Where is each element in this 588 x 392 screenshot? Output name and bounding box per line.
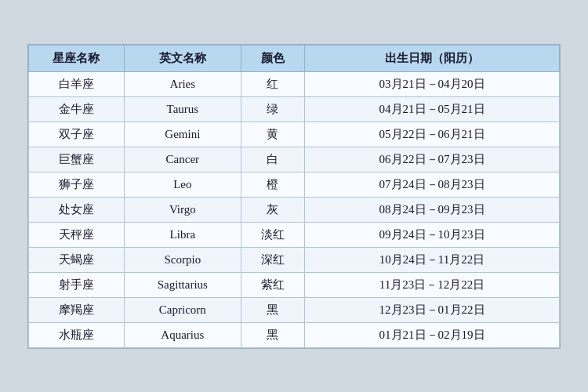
table-row: 天秤座Libra淡红09月24日－10月23日 [29, 222, 560, 247]
cell-chinese: 金牛座 [29, 96, 125, 122]
cell-english: Virgo [124, 197, 241, 222]
cell-english: Taurus [124, 96, 241, 122]
cell-english: Scorpio [124, 247, 241, 272]
cell-english: Capricorn [124, 297, 241, 322]
cell-chinese: 天秤座 [29, 222, 125, 247]
cell-color: 深红 [241, 247, 304, 272]
table-row: 水瓶座Aquarius黑01月21日－02月19日 [29, 322, 560, 347]
table-row: 白羊座Aries红03月21日－04月20日 [29, 71, 560, 96]
cell-date: 04月21日－05月21日 [305, 96, 560, 122]
cell-date: 12月23日－01月22日 [305, 297, 560, 322]
cell-date: 11月23日－12月22日 [305, 272, 560, 297]
table-row: 射手座Sagittarius紫红11月23日－12月22日 [29, 272, 560, 297]
cell-english: Sagittarius [124, 272, 241, 297]
cell-date: 05月22日－06月21日 [305, 122, 560, 147]
cell-color: 淡红 [241, 222, 304, 247]
header-date: 出生日期（阳历） [305, 45, 560, 71]
cell-date: 10月24日－11月22日 [305, 247, 560, 272]
table-row: 摩羯座Capricorn黑12月23日－01月22日 [29, 297, 560, 322]
cell-date: 09月24日－10月23日 [305, 222, 560, 247]
cell-english: Gemini [124, 122, 241, 147]
cell-english: Aquarius [124, 322, 241, 347]
cell-chinese: 天蝎座 [29, 247, 125, 272]
cell-chinese: 狮子座 [29, 172, 125, 197]
cell-color: 黑 [241, 297, 304, 322]
cell-chinese: 水瓶座 [29, 322, 125, 347]
zodiac-table: 星座名称 英文名称 颜色 出生日期（阳历） 白羊座Aries红03月21日－04… [28, 45, 560, 348]
cell-english: Cancer [124, 147, 241, 172]
cell-chinese: 双子座 [29, 122, 125, 147]
cell-color: 黑 [241, 322, 304, 347]
cell-chinese: 射手座 [29, 272, 125, 297]
table-row: 巨蟹座Cancer白06月22日－07月23日 [29, 147, 560, 172]
cell-date: 01月21日－02月19日 [305, 322, 560, 347]
cell-color: 黄 [241, 122, 304, 147]
cell-date: 08月24日－09月23日 [305, 197, 560, 222]
table-body: 白羊座Aries红03月21日－04月20日金牛座Taurus绿04月21日－0… [29, 71, 560, 347]
cell-chinese: 白羊座 [29, 71, 125, 96]
cell-date: 06月22日－07月23日 [305, 147, 560, 172]
table-row: 金牛座Taurus绿04月21日－05月21日 [29, 96, 560, 122]
zodiac-table-container: 星座名称 英文名称 颜色 出生日期（阳历） 白羊座Aries红03月21日－04… [27, 44, 561, 349]
cell-english: Libra [124, 222, 241, 247]
table-row: 双子座Gemini黄05月22日－06月21日 [29, 122, 560, 147]
header-chinese: 星座名称 [29, 45, 125, 71]
table-row: 狮子座Leo橙07月24日－08月23日 [29, 172, 560, 197]
cell-color: 紫红 [241, 272, 304, 297]
cell-color: 绿 [241, 96, 304, 122]
header-english: 英文名称 [124, 45, 241, 71]
cell-chinese: 巨蟹座 [29, 147, 125, 172]
cell-color: 橙 [241, 172, 304, 197]
cell-chinese: 摩羯座 [29, 297, 125, 322]
cell-date: 07月24日－08月23日 [305, 172, 560, 197]
table-row: 天蝎座Scorpio深红10月24日－11月22日 [29, 247, 560, 272]
cell-date: 03月21日－04月20日 [305, 71, 560, 96]
cell-english: Leo [124, 172, 241, 197]
table-header-row: 星座名称 英文名称 颜色 出生日期（阳历） [29, 45, 560, 71]
table-row: 处女座Virgo灰08月24日－09月23日 [29, 197, 560, 222]
cell-chinese: 处女座 [29, 197, 125, 222]
header-color: 颜色 [241, 45, 304, 71]
cell-color: 红 [241, 71, 304, 96]
cell-color: 灰 [241, 197, 304, 222]
cell-color: 白 [241, 147, 304, 172]
cell-english: Aries [124, 71, 241, 96]
